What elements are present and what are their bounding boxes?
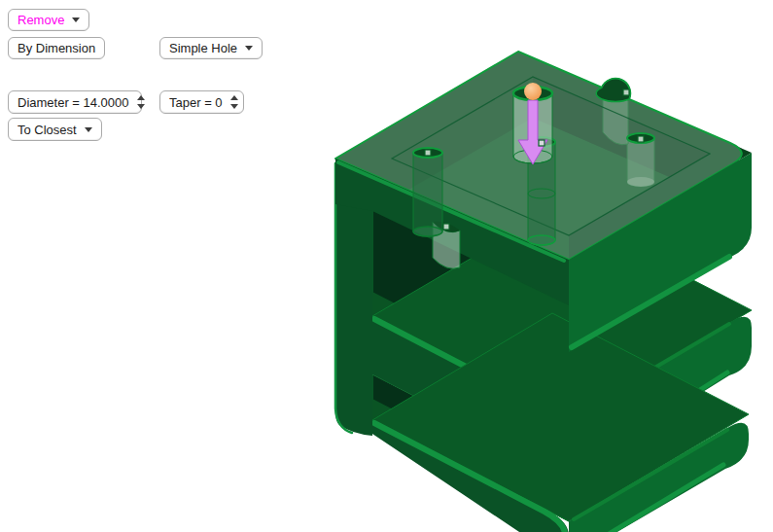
caret-down-icon (85, 127, 92, 132)
hole-cylinder-left-bottom[interactable] (413, 227, 442, 236)
diameter-spinner-buttons (137, 95, 145, 109)
vertex-marker[interactable] (638, 136, 644, 142)
hole-cylinder-left-body[interactable] (413, 153, 442, 236)
depth-mode-label: To Closest (18, 123, 77, 137)
diameter-value-label: Diameter = 14.0000 (18, 95, 129, 110)
caret-down-icon (72, 18, 80, 22)
spinner-down-icon[interactable] (137, 104, 145, 109)
spinner-up-icon[interactable] (230, 95, 238, 100)
hole-cylinder-center-bottom[interactable] (528, 235, 555, 245)
taper-value-label: Taper = 0 (169, 95, 223, 110)
vertex-marker[interactable] (539, 140, 545, 146)
cad-application-window: { "controls": { "remove_label": "Remove"… (0, 0, 773, 532)
vertex-marker[interactable] (425, 150, 431, 156)
depth-mode-dropdown[interactable]: To Closest (8, 118, 102, 141)
spinner-down-icon[interactable] (230, 104, 238, 109)
spinner-up-icon[interactable] (137, 95, 145, 100)
caret-down-icon (245, 46, 253, 51)
hole-drag-handle-sphere[interactable] (524, 83, 542, 100)
taper-spinner-buttons (230, 95, 238, 109)
remove-dropdown[interactable]: Remove (8, 9, 89, 31)
taper-spinner[interactable]: Taper = 0 (159, 90, 244, 114)
by-dimension-button[interactable]: By Dimension (8, 37, 105, 59)
diameter-spinner[interactable]: Diameter = 14.0000 (8, 90, 142, 114)
viewport-3d[interactable] (0, 0, 773, 532)
hole-type-dropdown[interactable]: Simple Hole (159, 37, 263, 59)
vertex-marker[interactable] (443, 224, 449, 230)
hole-type-label: Simple Hole (169, 41, 237, 55)
by-dimension-label: By Dimension (18, 41, 95, 55)
remove-dropdown-label: Remove (18, 13, 64, 27)
vertex-marker[interactable] (623, 89, 629, 95)
